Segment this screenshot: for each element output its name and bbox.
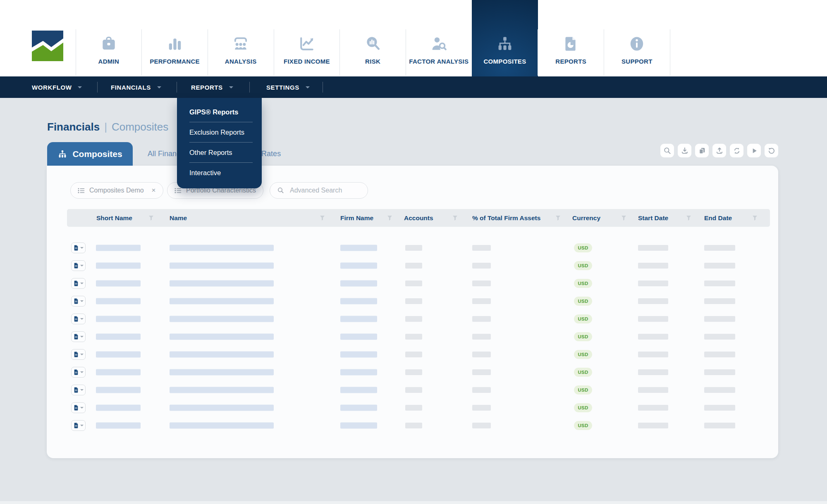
row-report-button[interactable] bbox=[71, 402, 86, 413]
table-header: Short Name Name Firm Name Accounts % of … bbox=[67, 209, 770, 227]
row-report-button[interactable] bbox=[71, 420, 86, 431]
filter-funnel-icon[interactable] bbox=[752, 215, 758, 221]
row-report-button[interactable] bbox=[71, 349, 86, 360]
column-header-pct-total-firm-assets[interactable]: % of Total Firm Assets bbox=[472, 209, 540, 227]
skeleton-short-name bbox=[96, 245, 141, 251]
currency-badge: USD bbox=[574, 314, 592, 323]
chevron-down-icon bbox=[80, 283, 84, 284]
undo-button[interactable] bbox=[765, 144, 778, 157]
row-report-button[interactable] bbox=[71, 367, 86, 378]
filter-chip-composites-demo[interactable]: Composites Demo × bbox=[70, 182, 163, 199]
row-report-button[interactable] bbox=[71, 314, 86, 324]
risk-magnifier-icon bbox=[363, 35, 382, 53]
chevron-down-icon bbox=[80, 318, 84, 320]
play-button[interactable] bbox=[747, 144, 761, 157]
upload-button[interactable] bbox=[712, 144, 726, 157]
subnav-item-settings[interactable]: SETTINGS bbox=[266, 76, 310, 98]
chevron-down-icon bbox=[80, 371, 84, 373]
skeleton-end-date bbox=[704, 369, 735, 375]
column-header-currency[interactable]: Currency bbox=[572, 209, 600, 227]
topnav-item-support[interactable]: SUPPORT bbox=[604, 0, 670, 76]
filter-funnel-icon[interactable] bbox=[148, 215, 154, 221]
topnav-item-composites[interactable]: COMPOSITES bbox=[472, 0, 538, 76]
skeleton-short-name bbox=[96, 404, 141, 411]
skeleton-start-date bbox=[638, 316, 668, 322]
topnav-item-factor-analysis[interactable]: FACTOR ANALYSIS bbox=[406, 0, 472, 76]
list-icon bbox=[78, 188, 85, 194]
download-button[interactable] bbox=[678, 144, 691, 157]
row-report-button[interactable] bbox=[71, 296, 86, 307]
row-report-button[interactable] bbox=[71, 260, 86, 271]
menu-item-other-reports[interactable]: Other Reports bbox=[177, 143, 262, 162]
sync-button[interactable] bbox=[730, 144, 743, 157]
menu-item-exclusion-reports[interactable]: Exclusion Reports bbox=[177, 122, 262, 142]
row-report-button[interactable] bbox=[71, 242, 86, 253]
topnav-item-risk[interactable]: RISK bbox=[340, 0, 406, 76]
column-header-accounts[interactable]: Accounts bbox=[404, 209, 433, 227]
currency-badge: USD bbox=[574, 279, 592, 288]
close-icon[interactable]: × bbox=[152, 186, 156, 195]
topnav-item-performance[interactable]: PERFORMANCE bbox=[142, 0, 208, 76]
document-icon bbox=[74, 334, 79, 340]
document-icon bbox=[74, 316, 79, 322]
table-row: USD bbox=[67, 381, 770, 399]
topnav-item-analysis[interactable]: ANALYSIS bbox=[208, 0, 274, 76]
skeleton-pct-assets bbox=[472, 387, 491, 393]
table-row: USD bbox=[67, 292, 770, 310]
breadcrumb-separator: | bbox=[104, 121, 107, 133]
column-header-name[interactable]: Name bbox=[170, 209, 187, 227]
skeleton-firm-name bbox=[340, 404, 377, 411]
skeleton-pct-assets bbox=[472, 334, 491, 340]
upload-icon bbox=[715, 147, 724, 155]
column-header-end-date[interactable]: End Date bbox=[704, 209, 732, 227]
skeleton-name bbox=[170, 369, 274, 375]
skeleton-pct-assets bbox=[472, 263, 491, 269]
skeleton-end-date bbox=[704, 423, 735, 428]
filter-funnel-icon[interactable] bbox=[621, 215, 627, 221]
copy-icon bbox=[698, 147, 706, 155]
play-icon bbox=[750, 147, 758, 155]
skeleton-name bbox=[170, 298, 274, 304]
row-report-button[interactable] bbox=[71, 385, 86, 395]
filter-funnel-icon[interactable] bbox=[686, 215, 692, 221]
copy-button[interactable] bbox=[695, 144, 709, 157]
page-title: Financials | Composites bbox=[47, 121, 168, 133]
filter-funnel-icon[interactable] bbox=[387, 215, 393, 221]
topnav-item-admin[interactable]: ADMIN bbox=[76, 0, 142, 76]
topnav-item-reports[interactable]: REPORTS bbox=[538, 0, 604, 76]
skeleton-pct-assets bbox=[472, 369, 491, 375]
skeleton-end-date bbox=[704, 245, 735, 251]
row-report-button[interactable] bbox=[71, 278, 86, 289]
team-icon bbox=[231, 35, 250, 53]
column-header-short-name[interactable]: Short Name bbox=[96, 209, 132, 227]
skeleton-accounts bbox=[405, 387, 422, 393]
person-search-icon bbox=[429, 35, 448, 53]
filter-funnel-icon[interactable] bbox=[452, 215, 458, 221]
subnav-item-reports[interactable]: REPORTS bbox=[191, 76, 233, 98]
breadcrumb-section: Financials bbox=[47, 121, 100, 133]
filter-funnel-icon[interactable] bbox=[319, 215, 325, 221]
skeleton-name bbox=[170, 422, 274, 428]
skeleton-firm-name bbox=[340, 369, 377, 375]
search-button[interactable] bbox=[660, 144, 674, 157]
currency-badge: USD bbox=[574, 421, 592, 430]
subnav-divider bbox=[249, 82, 250, 93]
subnav-item-workflow[interactable]: WORKFLOW bbox=[32, 76, 82, 98]
subnav-item-financials[interactable]: FINANCIALS bbox=[111, 76, 161, 98]
tab-composites[interactable]: Composites bbox=[47, 142, 133, 166]
topnav-item-fixed-income[interactable]: FIXED INCOME bbox=[274, 0, 340, 76]
chevron-down-icon bbox=[157, 86, 161, 88]
table-row: USD bbox=[67, 239, 770, 257]
advanced-search-input[interactable] bbox=[289, 186, 357, 195]
skeleton-name bbox=[170, 351, 274, 357]
skeleton-pct-assets bbox=[472, 352, 491, 357]
menu-item-interactive[interactable]: Interactive bbox=[177, 163, 262, 183]
currency-badge: USD bbox=[574, 332, 592, 341]
column-header-firm-name[interactable]: Firm Name bbox=[340, 209, 373, 227]
menu-item-gips-reports[interactable]: GIPS® Reports bbox=[177, 102, 262, 122]
filter-funnel-icon[interactable] bbox=[555, 215, 561, 221]
row-report-button[interactable] bbox=[71, 331, 86, 342]
chevron-down-icon bbox=[80, 425, 84, 426]
column-header-start-date[interactable]: Start Date bbox=[638, 209, 668, 227]
skeleton-short-name bbox=[96, 351, 141, 357]
